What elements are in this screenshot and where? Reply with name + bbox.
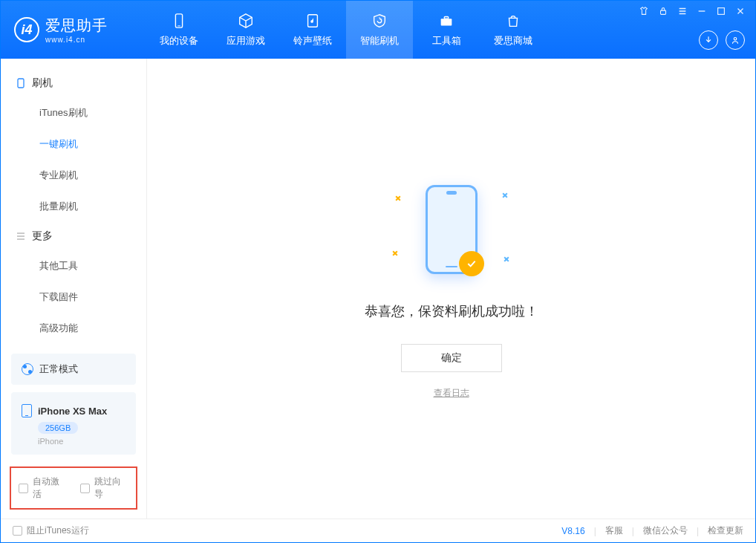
svg-rect-3 xyxy=(441,19,452,25)
tab-label: 爱思商城 xyxy=(494,34,532,48)
list-icon xyxy=(16,231,26,241)
confirm-button[interactable]: 确定 xyxy=(401,344,502,372)
checkbox-block-itunes[interactable]: 阻止iTunes运行 xyxy=(13,524,89,537)
tab-store[interactable]: 爱思商城 xyxy=(480,1,547,59)
phone-icon xyxy=(170,12,188,30)
phone-icon xyxy=(22,404,32,417)
refresh-shield-icon xyxy=(371,12,388,30)
brand-subtitle: www.i4.cn xyxy=(45,36,108,44)
footer-link-wechat[interactable]: 微信公众号 xyxy=(643,524,688,537)
checkbox-icon xyxy=(19,484,28,493)
shirt-icon[interactable] xyxy=(638,5,650,17)
sidebar: 刷机 iTunes刷机 一键刷机 专业刷机 批量刷机 更多 其他工具 下载固件 … xyxy=(1,59,147,518)
sidebar-item-download-fw[interactable]: 下载固件 xyxy=(1,282,146,313)
footer-link-update[interactable]: 检查更新 xyxy=(708,524,743,537)
device-mode-box: 正常模式 xyxy=(11,354,136,385)
flash-options-highlight: 自动激活 跳过向导 xyxy=(10,466,137,510)
checkbox-icon xyxy=(13,526,22,536)
window-controls xyxy=(638,5,746,17)
svg-rect-0 xyxy=(175,14,182,27)
checkbox-auto-activate[interactable]: 自动激活 xyxy=(19,475,67,501)
sidebar-group-more: 更多 xyxy=(1,222,146,250)
toolbox-icon xyxy=(437,12,455,30)
success-message: 恭喜您，保资料刷机成功啦！ xyxy=(365,302,538,320)
tab-label: 我的设备 xyxy=(160,34,198,48)
sidebar-item-pro-flash[interactable]: 专业刷机 xyxy=(1,160,146,191)
tab-smart-flash[interactable]: 智能刷机 xyxy=(346,1,413,59)
sparkle-icon xyxy=(394,194,402,202)
user-button[interactable] xyxy=(726,30,745,50)
device-mode: 正常模式 xyxy=(39,362,78,376)
view-log-link[interactable]: 查看日志 xyxy=(434,387,469,400)
svg-rect-8 xyxy=(18,79,24,88)
tab-toolbox[interactable]: 工具箱 xyxy=(413,1,480,59)
version-label: V8.16 xyxy=(561,526,584,536)
maximize-button[interactable] xyxy=(715,5,727,17)
tab-label: 铃声壁纸 xyxy=(293,34,332,48)
main-content: 恭喜您，保资料刷机成功啦！ 确定 查看日志 xyxy=(147,59,755,518)
status-bar: 阻止iTunes运行 V8.16 | 客服 | 微信公众号 | 检查更新 xyxy=(1,518,755,542)
checkbox-skip-guide[interactable]: 跳过向导 xyxy=(80,475,128,501)
brand-logo: i4 爱思助手 www.i4.cn xyxy=(1,16,146,44)
bag-icon xyxy=(504,12,522,30)
svg-rect-5 xyxy=(661,10,666,14)
brand-title: 爱思助手 xyxy=(45,16,108,36)
footer-link-support[interactable]: 客服 xyxy=(605,524,623,537)
sparkle-icon xyxy=(501,191,509,199)
sidebar-group-flash: 刷机 xyxy=(1,69,146,97)
checkbox-label: 跳过向导 xyxy=(94,475,128,501)
sparkle-icon xyxy=(502,255,510,263)
device-icon xyxy=(16,78,26,88)
cube-icon xyxy=(237,12,255,30)
phone-illustration xyxy=(426,185,478,274)
success-illustration xyxy=(385,178,518,282)
tab-label: 智能刷机 xyxy=(360,34,399,48)
mode-icon xyxy=(22,363,33,375)
sidebar-item-advanced[interactable]: 高级功能 xyxy=(1,313,146,344)
device-capacity: 256GB xyxy=(38,422,78,434)
menu-icon[interactable] xyxy=(677,5,688,17)
sparkle-icon xyxy=(391,249,399,257)
group-title: 更多 xyxy=(32,230,53,243)
header-tabs: 我的设备 应用游戏 铃声壁纸 智能刷机 工具箱 爱思商城 xyxy=(146,1,547,59)
tab-label: 工具箱 xyxy=(432,34,461,48)
logo-icon: i4 xyxy=(14,17,39,42)
sidebar-item-itunes-flash[interactable]: iTunes刷机 xyxy=(1,97,146,129)
svg-rect-4 xyxy=(444,17,449,19)
tab-label: 应用游戏 xyxy=(227,34,265,48)
tab-my-device[interactable]: 我的设备 xyxy=(146,1,212,59)
check-badge-icon xyxy=(459,251,484,276)
device-name: iPhone XS Max xyxy=(38,406,107,417)
checkbox-icon xyxy=(80,484,90,493)
sidebar-item-oneclick-flash[interactable]: 一键刷机 xyxy=(1,129,146,160)
tab-ringtone-wallpaper[interactable]: 铃声壁纸 xyxy=(279,1,346,59)
sidebar-item-other-tools[interactable]: 其他工具 xyxy=(1,250,146,282)
close-button[interactable] xyxy=(734,5,746,17)
app-header: i4 爱思助手 www.i4.cn 我的设备 应用游戏 铃声壁纸 智能刷机 工具… xyxy=(1,1,755,59)
sidebar-item-batch-flash[interactable]: 批量刷机 xyxy=(1,191,146,222)
svg-point-7 xyxy=(734,38,737,41)
checkbox-label: 阻止iTunes运行 xyxy=(27,524,89,537)
tab-apps-games[interactable]: 应用游戏 xyxy=(212,1,279,59)
svg-rect-6 xyxy=(718,8,725,15)
device-type: iPhone xyxy=(38,437,126,446)
device-info-box[interactable]: iPhone XS Max 256GB iPhone xyxy=(11,392,136,455)
download-button[interactable] xyxy=(699,30,718,50)
music-file-icon xyxy=(304,12,322,30)
svg-rect-1 xyxy=(177,25,180,26)
minimize-button[interactable] xyxy=(696,5,708,17)
checkbox-label: 自动激活 xyxy=(33,475,67,501)
group-title: 刷机 xyxy=(32,77,53,90)
lock-icon[interactable] xyxy=(657,5,669,17)
